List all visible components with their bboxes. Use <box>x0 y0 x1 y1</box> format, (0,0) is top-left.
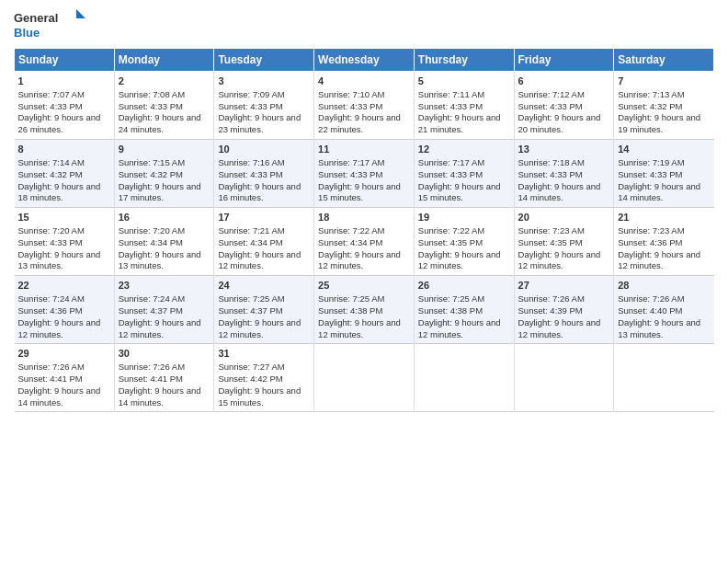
calendar-cell: 23Sunrise: 7:24 AMSunset: 4:37 PMDayligh… <box>114 276 214 344</box>
svg-text:General: General <box>14 11 58 25</box>
daylight-text: Daylight: 9 hours and 23 minutes. <box>218 112 301 134</box>
sunset-text: Sunset: 4:37 PM <box>218 305 282 316</box>
svg-marker-2 <box>76 9 85 18</box>
sunrise-text: Sunrise: 7:10 AM <box>318 89 384 99</box>
day-number: 28 <box>618 279 710 293</box>
sunset-text: Sunset: 4:38 PM <box>418 305 483 316</box>
day-header-sunday: Sunday <box>15 49 115 72</box>
daylight-text: Daylight: 9 hours and 12 minutes. <box>218 249 301 271</box>
calendar-cell: 12Sunrise: 7:17 AMSunset: 4:33 PMDayligh… <box>414 140 514 208</box>
sunrise-text: Sunrise: 7:16 AM <box>218 157 284 167</box>
day-number: 23 <box>119 279 210 293</box>
day-number: 12 <box>418 143 510 156</box>
sunrise-text: Sunrise: 7:20 AM <box>18 225 85 236</box>
sunrise-text: Sunrise: 7:07 AM <box>18 89 85 99</box>
calendar-cell: 27Sunrise: 7:26 AMSunset: 4:39 PMDayligh… <box>514 276 614 344</box>
calendar-cell: 25Sunrise: 7:25 AMSunset: 4:38 PMDayligh… <box>314 276 415 344</box>
sunrise-text: Sunrise: 7:12 AM <box>518 89 585 99</box>
calendar-cell: 31Sunrise: 7:27 AMSunset: 4:42 PMDayligh… <box>214 344 314 412</box>
sunset-text: Sunset: 4:35 PM <box>518 237 583 247</box>
sunset-text: Sunset: 4:33 PM <box>318 169 382 179</box>
day-number: 27 <box>518 279 610 293</box>
calendar-cell: 30Sunrise: 7:26 AMSunset: 4:41 PMDayligh… <box>114 344 214 412</box>
day-number: 24 <box>218 279 310 293</box>
sunrise-text: Sunrise: 7:23 AM <box>518 225 585 236</box>
day-number: 9 <box>119 143 210 156</box>
day-number: 25 <box>318 279 410 293</box>
calendar-cell: 11Sunrise: 7:17 AMSunset: 4:33 PMDayligh… <box>314 140 415 208</box>
week-row-5: 29Sunrise: 7:26 AMSunset: 4:41 PMDayligh… <box>15 344 714 412</box>
sunset-text: Sunset: 4:41 PM <box>119 373 183 384</box>
sunset-text: Sunset: 4:34 PM <box>318 237 382 247</box>
sunrise-text: Sunrise: 7:14 AM <box>18 157 85 167</box>
day-number: 13 <box>518 143 610 156</box>
sunset-text: Sunset: 4:36 PM <box>618 237 682 247</box>
sunset-text: Sunset: 4:33 PM <box>218 101 282 111</box>
daylight-text: Daylight: 9 hours and 13 minutes. <box>618 317 700 339</box>
calendar-cell: 3Sunrise: 7:09 AMSunset: 4:33 PMDaylight… <box>214 72 314 140</box>
daylight-text: Daylight: 9 hours and 12 minutes. <box>418 317 501 339</box>
calendar-cell: 13Sunrise: 7:18 AMSunset: 4:33 PMDayligh… <box>514 140 614 208</box>
sunrise-text: Sunrise: 7:26 AM <box>518 293 585 304</box>
sunset-text: Sunset: 4:39 PM <box>518 305 583 316</box>
calendar-cell: 15Sunrise: 7:20 AMSunset: 4:33 PMDayligh… <box>15 208 115 276</box>
day-number: 4 <box>318 75 410 88</box>
logo-svg: General Blue <box>14 9 87 42</box>
daylight-text: Daylight: 9 hours and 15 minutes. <box>218 385 301 408</box>
sunset-text: Sunset: 4:32 PM <box>18 169 83 179</box>
daylight-text: Daylight: 9 hours and 12 minutes. <box>318 249 401 271</box>
daylight-text: Daylight: 9 hours and 12 minutes. <box>119 317 201 339</box>
calendar-cell: 24Sunrise: 7:25 AMSunset: 4:37 PMDayligh… <box>214 276 314 344</box>
sunrise-text: Sunrise: 7:27 AM <box>218 362 284 372</box>
calendar-cell: 9Sunrise: 7:15 AMSunset: 4:32 PMDaylight… <box>114 140 214 208</box>
calendar-cell <box>614 344 714 412</box>
calendar-cell: 29Sunrise: 7:26 AMSunset: 4:41 PMDayligh… <box>15 344 115 412</box>
sunset-text: Sunset: 4:38 PM <box>318 305 382 316</box>
sunset-text: Sunset: 4:33 PM <box>18 237 83 247</box>
day-number: 2 <box>119 75 210 88</box>
sunrise-text: Sunrise: 7:17 AM <box>418 157 484 167</box>
sunrise-text: Sunrise: 7:26 AM <box>18 362 85 372</box>
daylight-text: Daylight: 9 hours and 14 minutes. <box>618 181 700 203</box>
sunrise-text: Sunrise: 7:22 AM <box>418 225 484 236</box>
day-header-friday: Friday <box>514 49 614 72</box>
calendar-cell: 7Sunrise: 7:13 AMSunset: 4:32 PMDaylight… <box>614 72 714 140</box>
calendar-cell: 19Sunrise: 7:22 AMSunset: 4:35 PMDayligh… <box>414 208 514 276</box>
sunset-text: Sunset: 4:32 PM <box>618 101 682 111</box>
calendar-cell: 6Sunrise: 7:12 AMSunset: 4:33 PMDaylight… <box>514 72 614 140</box>
daylight-text: Daylight: 9 hours and 15 minutes. <box>418 181 501 203</box>
calendar-cell <box>514 344 614 412</box>
daylight-text: Daylight: 9 hours and 13 minutes. <box>119 249 201 271</box>
sunrise-text: Sunrise: 7:24 AM <box>119 293 185 304</box>
calendar-table: SundayMondayTuesdayWednesdayThursdayFrid… <box>14 48 714 412</box>
daylight-text: Daylight: 9 hours and 18 minutes. <box>18 181 101 203</box>
day-header-monday: Monday <box>114 49 214 72</box>
calendar-cell: 20Sunrise: 7:23 AMSunset: 4:35 PMDayligh… <box>514 208 614 276</box>
calendar-cell <box>314 344 415 412</box>
calendar-cell: 2Sunrise: 7:08 AMSunset: 4:33 PMDaylight… <box>114 72 214 140</box>
sunrise-text: Sunrise: 7:21 AM <box>218 225 284 236</box>
calendar-cell: 18Sunrise: 7:22 AMSunset: 4:34 PMDayligh… <box>314 208 415 276</box>
sunset-text: Sunset: 4:42 PM <box>218 373 282 384</box>
day-number: 26 <box>418 279 510 293</box>
daylight-text: Daylight: 9 hours and 12 minutes. <box>518 249 601 271</box>
day-number: 21 <box>618 211 710 224</box>
day-header-saturday: Saturday <box>614 49 714 72</box>
daylight-text: Daylight: 9 hours and 12 minutes. <box>518 317 601 339</box>
sunset-text: Sunset: 4:32 PM <box>119 169 183 179</box>
day-header-tuesday: Tuesday <box>214 49 314 72</box>
sunset-text: Sunset: 4:33 PM <box>318 101 382 111</box>
day-number: 8 <box>18 143 110 156</box>
day-number: 31 <box>218 347 310 361</box>
day-number: 15 <box>18 211 110 224</box>
calendar-cell: 1Sunrise: 7:07 AMSunset: 4:33 PMDaylight… <box>15 72 115 140</box>
calendar-cell: 28Sunrise: 7:26 AMSunset: 4:40 PMDayligh… <box>614 276 714 344</box>
sunrise-text: Sunrise: 7:23 AM <box>618 225 684 236</box>
daylight-text: Daylight: 9 hours and 19 minutes. <box>618 112 700 134</box>
day-number: 1 <box>18 75 110 88</box>
day-number: 20 <box>518 211 610 224</box>
sunset-text: Sunset: 4:34 PM <box>218 237 282 247</box>
sunrise-text: Sunrise: 7:24 AM <box>18 293 85 304</box>
day-number: 6 <box>518 75 610 88</box>
sunrise-text: Sunrise: 7:25 AM <box>218 293 284 304</box>
